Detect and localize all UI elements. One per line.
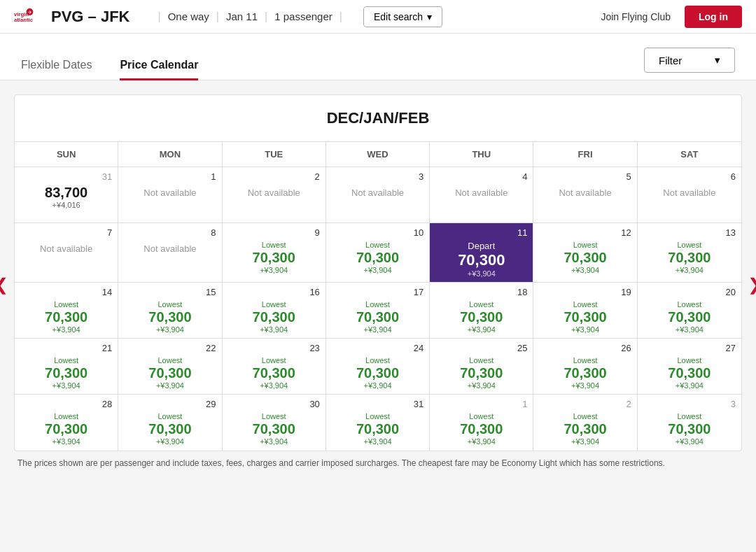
cell-jan-23[interactable]: 23 Lowest 70,300 +¥3,904 (223, 339, 326, 395)
chevron-down-icon: ▾ (715, 54, 720, 66)
cell-feb-3[interactable]: 3 Lowest 70,300 +¥3,904 (638, 395, 741, 451)
cell-date: 5 (539, 171, 631, 182)
next-month-button[interactable]: ❯ (741, 268, 756, 302)
cell-jan-11-depart[interactable]: 11 Depart 70,300 +¥3,904 (430, 223, 533, 283)
cell-jan-7[interactable]: 7 Not available (15, 223, 118, 283)
cell-jan-3[interactable]: 3 Not available (326, 167, 430, 223)
cell-date: 26 (539, 343, 631, 353)
cell-jan-15[interactable]: 15 Lowest 70,300 +¥3,904 (118, 283, 222, 339)
filter-button[interactable]: Filter ▾ (644, 48, 735, 73)
cell-jan-22[interactable]: 22 Lowest 70,300 +¥3,904 (118, 339, 222, 395)
cell-date: 24 (332, 343, 424, 353)
cell-date: 7 (20, 227, 112, 238)
price-calendar: DEC/JAN/FEB SUN MON TUE WED THU FRI SAT … (14, 94, 742, 451)
cell-date: 29 (124, 399, 216, 409)
cell-date: 4 (435, 171, 527, 182)
cell-date: 10 (332, 227, 424, 238)
filter-area: Filter ▾ (644, 48, 735, 73)
cell-jan-2[interactable]: 2 Not available (223, 167, 326, 223)
tab-flexible-dates[interactable]: Flexible Dates (21, 52, 92, 80)
cell-date: 2 (539, 399, 631, 409)
cell-feb-2[interactable]: 2 Lowest 70,300 +¥3,904 (533, 395, 637, 451)
cell-jan-1[interactable]: 1 Not available (118, 167, 222, 223)
calendar-row-1: 31 83,700 +¥4,016 1 Not available 2 Not … (15, 167, 741, 223)
depart-label: Depart (435, 241, 527, 251)
cell-date: 28 (20, 399, 112, 409)
cell-jan-10[interactable]: 10 Lowest 70,300 +¥3,904 (326, 223, 430, 283)
prev-month-button[interactable]: ❮ (0, 268, 15, 302)
day-header-sat: SAT (638, 142, 741, 167)
cell-date: 3 (643, 399, 736, 409)
cell-date: 31 (332, 399, 424, 409)
edit-search-button[interactable]: Edit search ▾ (363, 6, 442, 27)
day-headers-row: SUN MON TUE WED THU FRI SAT (15, 142, 741, 167)
login-button[interactable]: Log in (685, 6, 742, 28)
cell-date: 14 (20, 287, 112, 297)
cell-jan-4[interactable]: 4 Not available (430, 167, 533, 223)
cell-jan-19[interactable]: 19 Lowest 70,300 +¥3,904 (533, 283, 637, 339)
tab-price-calendar[interactable]: Price Calendar (120, 52, 198, 80)
calendar-row-4: 21 Lowest 70,300 +¥3,904 22 Lowest 70,30… (15, 339, 741, 395)
edit-search-label: Edit search (374, 11, 423, 22)
cell-jan-27[interactable]: 27 Lowest 70,300 +¥3,904 (638, 339, 741, 395)
cell-date: 20 (643, 287, 736, 297)
cell-date: 9 (228, 227, 320, 238)
cell-date: 15 (124, 287, 216, 297)
day-header-wed: WED (326, 142, 430, 167)
cell-jan-30[interactable]: 30 Lowest 70,300 +¥3,904 (223, 395, 326, 451)
cell-date: 27 (643, 343, 736, 353)
day-header-fri: FRI (533, 142, 637, 167)
filter-label: Filter (659, 55, 682, 66)
cell-jan-14[interactable]: 14 Lowest 70,300 +¥3,904 (15, 283, 118, 339)
cell-date: 3 (332, 171, 424, 182)
cell-date: 25 (435, 343, 527, 353)
cell-date: 11 (435, 227, 527, 238)
cell-date: 13 (643, 227, 736, 238)
cell-jan-28[interactable]: 28 Lowest 70,300 +¥3,904 (15, 395, 118, 451)
flight-date: Jan 11 (226, 10, 258, 22)
cell-date: 19 (539, 287, 631, 297)
cell-date: 23 (228, 343, 320, 353)
cell-feb-1[interactable]: 1 Lowest 70,300 +¥3,904 (430, 395, 533, 451)
cell-jan-21[interactable]: 21 Lowest 70,300 +¥3,904 (15, 339, 118, 395)
cell-jan-24[interactable]: 24 Lowest 70,300 +¥3,904 (326, 339, 430, 395)
day-header-sun: SUN (15, 142, 118, 167)
cell-date: 18 (435, 287, 527, 297)
cell-jan-18[interactable]: 18 Lowest 70,300 +¥3,904 (430, 283, 533, 339)
chevron-down-icon: ▾ (427, 11, 432, 22)
cell-jan-13[interactable]: 13 Lowest 70,300 +¥3,904 (638, 223, 741, 283)
cell-jan-26[interactable]: 26 Lowest 70,300 +¥3,904 (533, 339, 637, 395)
cell-jan-5[interactable]: 5 Not available (533, 167, 637, 223)
svg-text:atlantic: atlantic (14, 17, 34, 23)
day-header-thu: THU (430, 142, 533, 167)
day-header-tue: TUE (223, 142, 326, 167)
route-display: PVG – JFK (51, 8, 130, 26)
cell-jan-6[interactable]: 6 Not available (638, 167, 741, 223)
cell-date: 1 (124, 171, 216, 182)
cell-jan-16[interactable]: 16 Lowest 70,300 +¥3,904 (223, 283, 326, 339)
cell-jan-17[interactable]: 17 Lowest 70,300 +¥3,904 (326, 283, 430, 339)
main-content: ❮ ❯ DEC/JAN/FEB SUN MON TUE WED THU FRI … (0, 80, 756, 489)
cell-date: 31 (20, 171, 112, 182)
cell-jan-9[interactable]: 9 Lowest 70,300 +¥3,904 (223, 223, 326, 283)
join-flying-club-link[interactable]: Join Flying Club (601, 11, 671, 22)
calendar-row-3: 14 Lowest 70,300 +¥3,904 15 Lowest 70,30… (15, 283, 741, 339)
cell-jan-20[interactable]: 20 Lowest 70,300 +¥3,904 (638, 283, 741, 339)
cell-jan-8[interactable]: 8 Not available (118, 223, 222, 283)
cell-jan-12[interactable]: 12 Lowest 70,300 +¥3,904 (533, 223, 637, 283)
cell-date: 6 (643, 171, 736, 182)
trip-type: One way (168, 10, 209, 22)
header: virgin atlantic ✈ PVG – JFK | One way | … (0, 0, 756, 34)
cell-date: 30 (228, 399, 320, 409)
cell-date: 17 (332, 287, 424, 297)
cell-date: 22 (124, 343, 216, 353)
cell-jan-31[interactable]: 31 Lowest 70,300 +¥3,904 (326, 395, 430, 451)
cell-date: 21 (20, 343, 112, 353)
cell-dec-31[interactable]: 31 83,700 +¥4,016 (15, 167, 118, 223)
cell-jan-25[interactable]: 25 Lowest 70,300 +¥3,904 (430, 339, 533, 395)
cell-date: 12 (539, 227, 631, 238)
cell-jan-29[interactable]: 29 Lowest 70,300 +¥3,904 (118, 395, 222, 451)
cell-date: 16 (228, 287, 320, 297)
day-header-mon: MON (118, 142, 222, 167)
svg-text:✈: ✈ (28, 9, 32, 14)
